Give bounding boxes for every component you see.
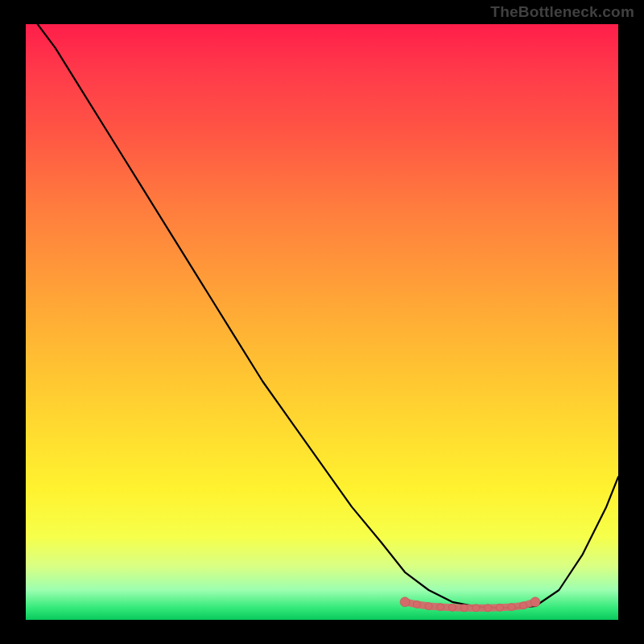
chart-svg [26, 24, 618, 620]
optimal-range-marker [508, 604, 515, 611]
optimal-range-marker [530, 597, 540, 607]
optimal-range-marker [485, 605, 492, 612]
optimal-range-marker [425, 603, 432, 610]
bottleneck-curve-line [38, 24, 618, 608]
plot-area [26, 24, 618, 620]
optimal-range-marker [413, 601, 420, 608]
optimal-range-marker [400, 597, 410, 607]
optimal-range-marker [448, 604, 456, 611]
optimal-range-band [405, 602, 535, 608]
optimal-range-markers [400, 597, 540, 612]
optimal-range-marker [437, 604, 444, 611]
optimal-range-marker [460, 605, 468, 612]
watermark-text: TheBottleneck.com [490, 3, 634, 21]
optimal-range-marker [496, 604, 503, 611]
chart-root: TheBottleneck.com [0, 0, 644, 644]
optimal-range-marker [520, 602, 527, 609]
optimal-range-marker [473, 605, 480, 612]
